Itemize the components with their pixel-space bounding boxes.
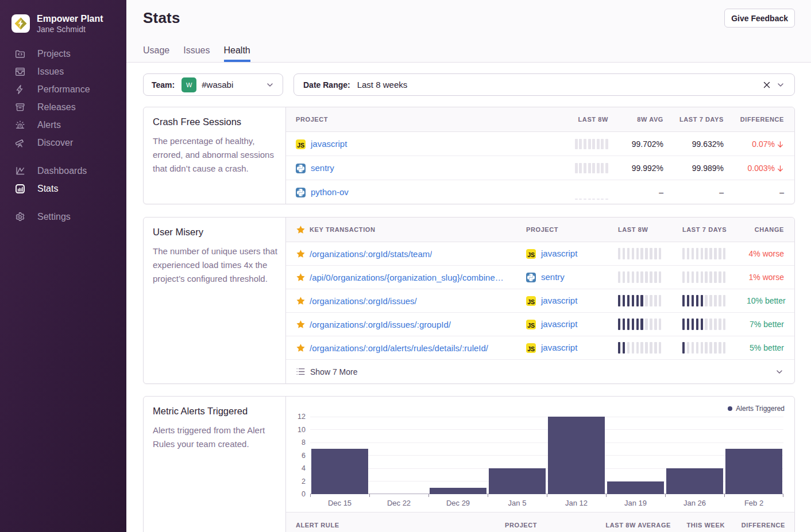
svg-text:JS: JS <box>527 251 535 258</box>
svg-text:JS: JS <box>527 298 535 305</box>
svg-text:JS: JS <box>297 142 304 149</box>
svg-text:JS: JS <box>527 322 535 329</box>
svg-text:JS: JS <box>527 345 535 352</box>
